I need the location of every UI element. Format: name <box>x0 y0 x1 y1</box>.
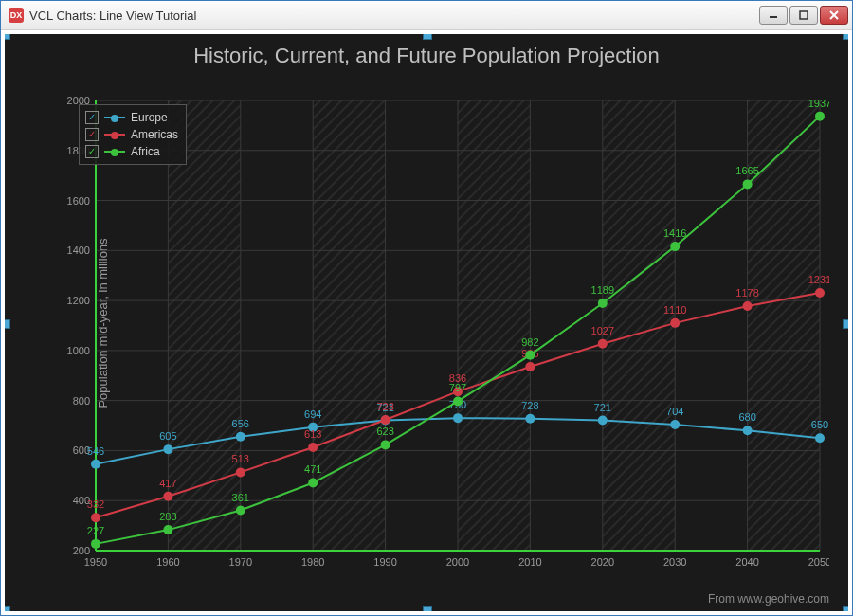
data-label: 361 <box>232 492 249 503</box>
legend-item-americas[interactable]: ✓Americas <box>85 126 178 143</box>
selection-handle[interactable] <box>423 34 432 40</box>
data-label: 1110 <box>663 304 686 316</box>
legend-checkbox[interactable]: ✓ <box>85 145 99 158</box>
svg-text:2020: 2020 <box>591 556 614 568</box>
data-point[interactable] <box>743 426 753 435</box>
data-label: 1027 <box>591 325 614 336</box>
legend-label: Americas <box>131 128 178 141</box>
data-point[interactable] <box>598 339 608 349</box>
legend-label: Africa <box>131 145 160 158</box>
legend-swatch <box>104 117 125 118</box>
svg-text:1970: 1970 <box>229 556 252 568</box>
legend-item-africa[interactable]: ✓Africa <box>85 143 178 160</box>
data-point[interactable] <box>525 362 535 371</box>
svg-text:2010: 2010 <box>518 556 541 568</box>
svg-text:1960: 1960 <box>156 556 179 568</box>
svg-rect-5 <box>168 100 240 551</box>
data-point[interactable] <box>163 444 172 454</box>
data-point[interactable] <box>598 299 608 308</box>
source-footer: From www.geohive.com <box>708 592 829 606</box>
data-label: 797 <box>449 382 466 393</box>
legend-checkbox[interactable]: ✓ <box>85 111 99 124</box>
selection-handle[interactable] <box>5 34 10 40</box>
data-label: 1231 <box>808 274 829 285</box>
plot-area[interactable]: 2004006008001000120014001600180020001950… <box>67 95 829 571</box>
legend[interactable]: ✓Europe✓Americas✓Africa <box>79 104 187 165</box>
data-point[interactable] <box>815 112 825 121</box>
data-label: 605 <box>159 430 176 442</box>
data-label: 982 <box>521 336 538 348</box>
svg-text:2040: 2040 <box>735 556 758 568</box>
data-label: 723 <box>376 401 393 412</box>
data-label: 227 <box>87 525 104 536</box>
data-point[interactable] <box>815 288 825 298</box>
data-label: 1937 <box>808 98 829 109</box>
legend-swatch <box>104 151 125 153</box>
selection-handle[interactable] <box>5 319 10 329</box>
selection-handle[interactable] <box>423 606 432 611</box>
titlebar[interactable]: DX VCL Charts: Line View Tutorial <box>1 1 852 30</box>
minimize-button[interactable] <box>759 6 788 25</box>
data-point[interactable] <box>381 415 390 425</box>
data-point[interactable] <box>381 440 390 449</box>
data-point[interactable] <box>670 318 680 328</box>
svg-text:2000: 2000 <box>446 556 469 568</box>
data-point[interactable] <box>91 460 100 469</box>
data-point[interactable] <box>525 351 535 360</box>
data-point[interactable] <box>743 301 753 311</box>
data-point[interactable] <box>163 492 172 501</box>
data-label: 704 <box>666 406 683 417</box>
legend-label: Europe <box>131 111 168 124</box>
svg-text:1200: 1200 <box>67 295 90 306</box>
data-point[interactable] <box>308 478 318 487</box>
data-point[interactable] <box>670 420 680 429</box>
close-button[interactable] <box>820 6 848 25</box>
svg-rect-1 <box>800 11 808 19</box>
data-label: 513 <box>232 453 249 464</box>
app-icon: DX <box>9 8 24 23</box>
window-controls <box>759 6 848 25</box>
data-point[interactable] <box>670 242 680 251</box>
data-point[interactable] <box>163 525 172 534</box>
data-label: 546 <box>87 445 104 457</box>
data-label: 721 <box>594 402 611 413</box>
data-point[interactable] <box>525 414 535 424</box>
data-label: 728 <box>521 400 538 411</box>
legend-item-europe[interactable]: ✓Europe <box>85 109 178 126</box>
svg-text:2050: 2050 <box>808 556 829 568</box>
svg-text:2030: 2030 <box>663 556 686 568</box>
data-label: 694 <box>304 408 321 420</box>
maximize-button[interactable] <box>789 6 818 25</box>
selection-handle[interactable] <box>843 319 848 329</box>
data-label: 417 <box>159 478 176 489</box>
data-point[interactable] <box>308 443 318 452</box>
data-point[interactable] <box>91 513 100 522</box>
data-label: 1416 <box>663 227 686 239</box>
data-point[interactable] <box>91 539 100 549</box>
data-point[interactable] <box>453 396 463 406</box>
data-point[interactable] <box>453 413 463 423</box>
selection-handle[interactable] <box>843 606 848 611</box>
data-label: 650 <box>811 419 828 430</box>
selection-handle[interactable] <box>5 606 10 611</box>
data-label: 283 <box>159 511 176 522</box>
data-point[interactable] <box>598 416 608 426</box>
legend-swatch <box>104 134 125 136</box>
app-window: DX VCL Charts: Line View Tutorial Histor… <box>0 0 853 616</box>
svg-text:1980: 1980 <box>301 556 324 568</box>
data-point[interactable] <box>815 433 825 443</box>
data-label: 656 <box>232 418 249 429</box>
window-title: VCL Charts: Line View Tutorial <box>29 9 759 23</box>
data-point[interactable] <box>236 506 245 516</box>
data-label: 1178 <box>735 287 758 299</box>
svg-text:1400: 1400 <box>67 245 90 256</box>
data-point[interactable] <box>743 179 753 189</box>
selection-handle[interactable] <box>843 34 848 40</box>
legend-checkbox[interactable]: ✓ <box>85 128 99 141</box>
data-point[interactable] <box>236 467 245 477</box>
data-label: 623 <box>376 426 393 437</box>
svg-rect-6 <box>313 100 385 551</box>
svg-rect-7 <box>458 100 530 551</box>
svg-text:1950: 1950 <box>84 556 107 568</box>
data-point[interactable] <box>236 432 245 442</box>
